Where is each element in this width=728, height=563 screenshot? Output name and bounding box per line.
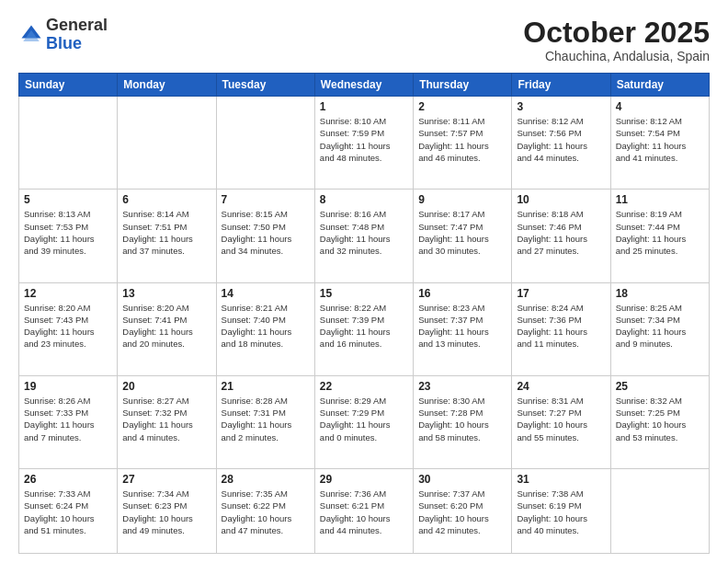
- day-cell: [118, 97, 216, 190]
- day-info: Sunrise: 8:23 AM Sunset: 7:37 PM Dayligh…: [418, 302, 506, 350]
- day-number: 26: [24, 473, 112, 486]
- day-cell: 6Sunrise: 8:14 AM Sunset: 7:51 PM Daylig…: [118, 190, 216, 282]
- day-number: 17: [517, 287, 605, 300]
- day-number: 4: [616, 100, 704, 113]
- day-info: Sunrise: 8:16 AM Sunset: 7:48 PM Dayligh…: [320, 208, 408, 257]
- location: Chauchina, Andalusia, Spain: [523, 49, 710, 63]
- day-info: Sunrise: 8:14 AM Sunset: 7:51 PM Dayligh…: [122, 208, 210, 257]
- day-number: 9: [418, 193, 506, 206]
- day-cell: 3Sunrise: 8:12 AM Sunset: 7:56 PM Daylig…: [512, 97, 610, 190]
- day-header-sunday: Sunday: [19, 74, 118, 97]
- day-number: 3: [517, 100, 605, 113]
- day-cell: 5Sunrise: 8:13 AM Sunset: 7:53 PM Daylig…: [19, 190, 118, 282]
- day-header-thursday: Thursday: [414, 74, 512, 97]
- day-number: 6: [122, 193, 210, 206]
- day-cell: 14Sunrise: 8:21 AM Sunset: 7:40 PM Dayli…: [216, 282, 314, 375]
- day-cell: 9Sunrise: 8:17 AM Sunset: 7:47 PM Daylig…: [414, 190, 512, 282]
- day-info: Sunrise: 8:18 AM Sunset: 7:46 PM Dayligh…: [517, 208, 605, 257]
- day-cell: 17Sunrise: 8:24 AM Sunset: 7:36 PM Dayli…: [512, 282, 610, 375]
- day-number: 23: [418, 380, 506, 393]
- day-cell: 31Sunrise: 7:38 AM Sunset: 6:19 PM Dayli…: [512, 468, 610, 553]
- day-info: Sunrise: 7:34 AM Sunset: 6:23 PM Dayligh…: [122, 488, 210, 536]
- month-title: October 2025: [523, 17, 710, 49]
- day-cell: 26Sunrise: 7:33 AM Sunset: 6:24 PM Dayli…: [19, 468, 118, 553]
- day-number: 12: [24, 287, 112, 300]
- day-cell: 27Sunrise: 7:34 AM Sunset: 6:23 PM Dayli…: [118, 468, 216, 553]
- day-info: Sunrise: 8:12 AM Sunset: 7:56 PM Dayligh…: [517, 115, 605, 164]
- day-cell: 29Sunrise: 7:36 AM Sunset: 6:21 PM Dayli…: [314, 468, 413, 553]
- day-info: Sunrise: 8:15 AM Sunset: 7:50 PM Dayligh…: [222, 208, 310, 257]
- day-cell: 10Sunrise: 8:18 AM Sunset: 7:46 PM Dayli…: [512, 190, 610, 282]
- day-number: 1: [320, 100, 408, 113]
- day-cell: 23Sunrise: 8:30 AM Sunset: 7:28 PM Dayli…: [414, 375, 512, 468]
- day-info: Sunrise: 8:25 AM Sunset: 7:34 PM Dayligh…: [616, 302, 704, 350]
- day-info: Sunrise: 8:21 AM Sunset: 7:40 PM Dayligh…: [222, 302, 310, 350]
- logo-icon: [18, 22, 44, 48]
- day-info: Sunrise: 7:33 AM Sunset: 6:24 PM Dayligh…: [24, 488, 112, 536]
- day-info: Sunrise: 8:22 AM Sunset: 7:39 PM Dayligh…: [320, 302, 408, 350]
- logo-blue: Blue: [46, 34, 82, 52]
- day-number: 7: [222, 193, 310, 206]
- day-cell: [216, 97, 314, 190]
- day-cell: 22Sunrise: 8:29 AM Sunset: 7:29 PM Dayli…: [314, 375, 413, 468]
- day-cell: 8Sunrise: 8:16 AM Sunset: 7:48 PM Daylig…: [314, 190, 413, 282]
- day-number: 14: [222, 287, 310, 300]
- day-info: Sunrise: 8:10 AM Sunset: 7:59 PM Dayligh…: [320, 115, 408, 164]
- logo: General Blue: [18, 17, 108, 53]
- day-info: Sunrise: 8:27 AM Sunset: 7:32 PM Dayligh…: [122, 395, 210, 443]
- day-number: 30: [418, 473, 506, 486]
- day-info: Sunrise: 8:29 AM Sunset: 7:29 PM Dayligh…: [320, 395, 408, 443]
- day-number: 15: [320, 287, 408, 300]
- day-number: 16: [418, 287, 506, 300]
- day-number: 29: [320, 473, 408, 486]
- day-number: 20: [122, 380, 210, 393]
- day-info: Sunrise: 7:36 AM Sunset: 6:21 PM Dayligh…: [320, 488, 408, 536]
- day-info: Sunrise: 8:19 AM Sunset: 7:44 PM Dayligh…: [616, 208, 704, 257]
- day-info: Sunrise: 8:26 AM Sunset: 7:33 PM Dayligh…: [24, 395, 112, 443]
- week-row-5: 26Sunrise: 7:33 AM Sunset: 6:24 PM Dayli…: [19, 468, 710, 553]
- day-cell: 1Sunrise: 8:10 AM Sunset: 7:59 PM Daylig…: [314, 97, 413, 190]
- day-cell: 13Sunrise: 8:20 AM Sunset: 7:41 PM Dayli…: [118, 282, 216, 375]
- day-info: Sunrise: 7:38 AM Sunset: 6:19 PM Dayligh…: [517, 488, 605, 536]
- day-cell: 30Sunrise: 7:37 AM Sunset: 6:20 PM Dayli…: [414, 468, 512, 553]
- day-info: Sunrise: 8:13 AM Sunset: 7:53 PM Dayligh…: [24, 208, 112, 257]
- day-cell: 15Sunrise: 8:22 AM Sunset: 7:39 PM Dayli…: [314, 282, 413, 375]
- day-info: Sunrise: 8:20 AM Sunset: 7:43 PM Dayligh…: [24, 302, 112, 350]
- page: General Blue October 2025 Chauchina, And…: [0, 0, 728, 563]
- day-cell: 18Sunrise: 8:25 AM Sunset: 7:34 PM Dayli…: [610, 282, 709, 375]
- day-info: Sunrise: 8:17 AM Sunset: 7:47 PM Dayligh…: [418, 208, 506, 257]
- day-number: 11: [616, 193, 704, 206]
- day-info: Sunrise: 8:24 AM Sunset: 7:36 PM Dayligh…: [517, 302, 605, 350]
- day-info: Sunrise: 7:37 AM Sunset: 6:20 PM Dayligh…: [418, 488, 506, 536]
- calendar: SundayMondayTuesdayWednesdayThursdayFrid…: [18, 73, 710, 554]
- day-info: Sunrise: 8:28 AM Sunset: 7:31 PM Dayligh…: [222, 395, 310, 443]
- day-number: 27: [122, 473, 210, 486]
- day-info: Sunrise: 7:35 AM Sunset: 6:22 PM Dayligh…: [222, 488, 310, 536]
- day-cell: 12Sunrise: 8:20 AM Sunset: 7:43 PM Dayli…: [19, 282, 118, 375]
- day-number: 24: [517, 380, 605, 393]
- day-number: 8: [320, 193, 408, 206]
- week-row-2: 5Sunrise: 8:13 AM Sunset: 7:53 PM Daylig…: [19, 190, 710, 282]
- day-info: Sunrise: 8:12 AM Sunset: 7:54 PM Dayligh…: [616, 115, 704, 164]
- day-number: 25: [616, 380, 704, 393]
- day-number: 2: [418, 100, 506, 113]
- logo-text: General Blue: [46, 17, 108, 53]
- day-number: 5: [24, 193, 112, 206]
- day-info: Sunrise: 8:20 AM Sunset: 7:41 PM Dayligh…: [122, 302, 210, 350]
- day-cell: 25Sunrise: 8:32 AM Sunset: 7:25 PM Dayli…: [610, 375, 709, 468]
- day-number: 13: [122, 287, 210, 300]
- day-info: Sunrise: 8:31 AM Sunset: 7:27 PM Dayligh…: [517, 395, 605, 443]
- day-number: 18: [616, 287, 704, 300]
- day-info: Sunrise: 8:30 AM Sunset: 7:28 PM Dayligh…: [418, 395, 506, 443]
- day-cell: [610, 468, 709, 553]
- day-header-saturday: Saturday: [610, 74, 709, 97]
- day-cell: 11Sunrise: 8:19 AM Sunset: 7:44 PM Dayli…: [610, 190, 709, 282]
- day-info: Sunrise: 8:32 AM Sunset: 7:25 PM Dayligh…: [616, 395, 704, 443]
- day-number: 19: [24, 380, 112, 393]
- day-cell: [19, 97, 118, 190]
- day-number: 21: [222, 380, 310, 393]
- day-header-monday: Monday: [118, 74, 216, 97]
- day-cell: 28Sunrise: 7:35 AM Sunset: 6:22 PM Dayli…: [216, 468, 314, 553]
- week-row-3: 12Sunrise: 8:20 AM Sunset: 7:43 PM Dayli…: [19, 282, 710, 375]
- week-row-1: 1Sunrise: 8:10 AM Sunset: 7:59 PM Daylig…: [19, 97, 710, 190]
